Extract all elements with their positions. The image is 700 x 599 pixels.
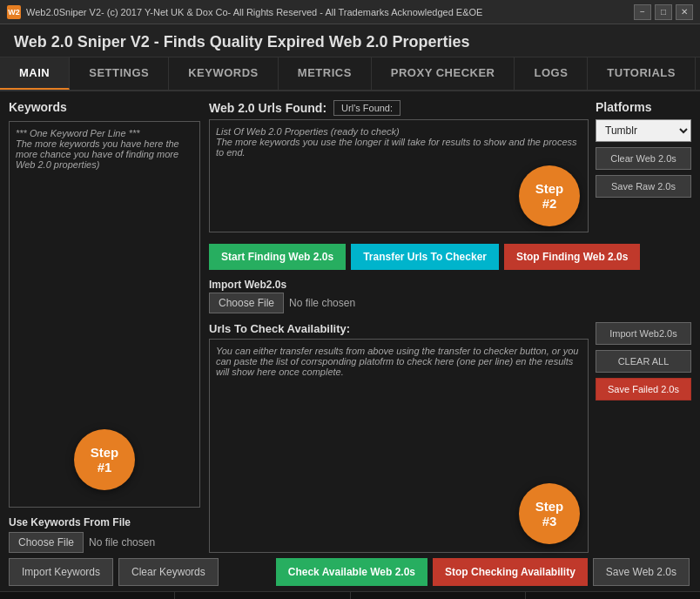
status-keywords: Keywords: [0,592,175,599]
tab-metrics[interactable]: METRICS [279,57,372,90]
maximize-button[interactable]: □ [655,4,672,20]
app-title: Web 2.0 Sniper V2 - Finds Quality Expire… [14,33,470,50]
platforms-label: Platforms [596,100,691,114]
status-bar: Keywords: Url's Checked: Available Web 2… [0,591,700,599]
stop-checking-button[interactable]: Stop Checking Availability [433,558,588,586]
clear-keywords-button[interactable]: Clear Keywords [118,558,219,586]
step1-badge: Step #1 [74,429,135,490]
app-icon: W2 [7,5,21,19]
use-keywords-label: Use Keywords From File [9,516,200,528]
check-actions: Check Available Web 2.0s Stop Checking A… [224,558,691,586]
clear-all-button[interactable]: CLEAR ALL [596,350,691,373]
web2-section: Web 2.0 Urls Found: Url's Found: List Of… [209,100,589,235]
import-web2s-row: Import Web2.0s Choose File No file chose… [209,279,691,317]
save-failed-button[interactable]: Save Failed 2.0s [596,378,691,400]
main-content: Keywords *** One Keyword Per Line *** Th… [0,91,700,553]
tab-settings[interactable]: SETTINGS [70,57,169,90]
left-panel: Keywords *** One Keyword Per Line *** Th… [9,100,200,553]
urls-check-side: Import Web2.0s CLEAR ALL Save Failed 2.0… [596,322,691,553]
import-keywords-button[interactable]: Import Keywords [9,558,113,586]
urls-check-title: Urls To Check Availability: [209,322,589,335]
no-file-keywords: No file chosen [89,536,155,549]
import-web2s-section: Import Web2.0s Choose File No file chose… [209,279,355,313]
tab-tutorials[interactable]: TUTORIALS [588,57,696,90]
title-bar: W2 Web2.0Sniper V2- (c) 2017 Y-Net UK & … [0,0,700,24]
keywords-label: Keywords [9,100,200,114]
stop-finding-button[interactable]: Stop Finding Web 2.0s [504,244,640,270]
choose-file-button-web2[interactable]: Choose File [209,293,284,313]
import-web2s-file-row: Choose File No file chosen [209,293,355,313]
urls-check-section: Urls To Check Availability: You can eith… [209,322,691,553]
tab-main[interactable]: MAIN [0,57,70,90]
right-panel: Web 2.0 Urls Found: Url's Found: List Of… [209,100,691,553]
check-available-button[interactable]: Check Available Web 2.0s [276,558,427,586]
step3-badge: Step #3 [519,483,580,544]
nav-bar: MAIN SETTINGS KEYWORDS METRICS PROXY CHE… [0,57,700,91]
step2-badge: Step #2 [519,165,580,226]
web2-title: Web 2.0 Urls Found: [209,101,326,115]
import-web2s-side-button[interactable]: Import Web2.0s [596,322,691,345]
transfer-urls-button[interactable]: Transfer Urls To Checker [351,244,499,270]
urls-found-badge: Url's Found: [333,100,400,116]
clear-web2s-button[interactable]: Clear Web 2.0s [596,147,691,170]
choose-file-button-keywords[interactable]: Choose File [9,532,84,553]
use-keywords-section: Use Keywords From File Choose File No fi… [9,516,200,553]
web2-header: Web 2.0 Urls Found: Url's Found: [209,100,589,116]
file-choose-row: Choose File No file chosen [9,532,200,553]
platform-select[interactable]: Tumblr WordPress Blogger Weebly Wix [596,119,691,142]
status-ready: Status: Ready... [526,592,700,599]
urls-check-main: Urls To Check Availability: You can eith… [209,322,589,553]
close-button[interactable]: ✕ [676,4,693,20]
app-header: Web 2.0 Sniper V2 - Finds Quality Expire… [0,24,700,57]
tab-keywords[interactable]: KEYWORDS [169,57,279,90]
status-urls-checked: Url's Checked: [175,592,350,599]
web2-top-section: Web 2.0 Urls Found: Url's Found: List Of… [209,100,691,235]
save-web-button[interactable]: Save Web 2.0s [593,558,690,586]
import-web2s-label: Import Web2.0s [209,279,286,291]
bottom-actions: Import Keywords Clear Keywords Check Ava… [0,553,700,591]
platforms-section: Platforms Tumblr WordPress Blogger Weebl… [596,100,691,198]
tab-logs[interactable]: LOGS [515,57,588,90]
start-finding-button[interactable]: Start Finding Web 2.0s [209,244,346,270]
tab-proxy-checker[interactable]: PROXY CHECKER [372,57,515,90]
status-available: Available Web 2.0s: [351,592,526,599]
no-file-web2: No file chosen [289,297,355,309]
save-raw-button[interactable]: Save Raw 2.0s [596,175,691,198]
web2-action-row: Start Finding Web 2.0s Transfer Urls To … [209,244,691,270]
title-bar-text: Web2.0Sniper V2- (c) 2017 Y-Net UK & Dox… [26,7,482,17]
urls-check-textarea-wrap: You can either transfer results from abo… [209,339,589,553]
minimize-button[interactable]: − [634,4,651,20]
